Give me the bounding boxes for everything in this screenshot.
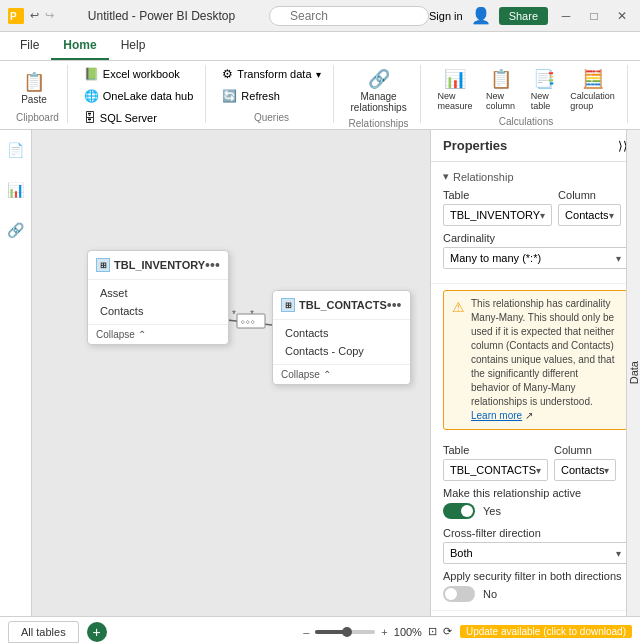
relationships-icon: 🔗 — [368, 68, 390, 90]
contacts-menu-button[interactable]: ••• — [387, 297, 402, 313]
table-label-2: Table — [443, 444, 548, 456]
chevron-down-icon-2: ▾ — [609, 210, 614, 221]
table-label-1: Table — [443, 189, 552, 201]
learn-more-link[interactable]: Learn more — [471, 410, 522, 421]
column-dropdown-2[interactable]: Contacts ▾ — [554, 459, 616, 481]
contacts-field-copy[interactable]: Contacts - Copy — [273, 342, 410, 360]
ribbon-group-security: 👥 Manage roles 👁 View as Security — [632, 65, 640, 123]
svg-text:*: * — [232, 309, 236, 320]
manage-relationships-button[interactable]: 🔗 Manage relationships — [346, 65, 412, 116]
table-dropdown-2[interactable]: TBL_CONTACTS ▾ — [443, 459, 548, 481]
column-icon: 📋 — [490, 68, 512, 90]
close-button[interactable]: ✕ — [612, 6, 632, 26]
inventory-field-contacts[interactable]: Contacts — [88, 302, 228, 320]
sql-server-button[interactable]: 🗄 SQL Server — [80, 109, 161, 127]
contacts-card-body: Contacts Contacts - Copy — [273, 320, 410, 364]
table-dropdown-1[interactable]: TBL_INVENTORY ▾ — [443, 204, 552, 226]
tab-help[interactable]: Help — [109, 32, 158, 60]
contacts-collapse-button[interactable]: Collapse ⌃ — [281, 369, 402, 380]
contacts-field-contacts[interactable]: Contacts — [273, 324, 410, 342]
onelake-icon: 🌐 — [84, 89, 99, 103]
warning-icon: ⚠ — [452, 298, 465, 423]
fit-to-view-icon[interactable]: ⊡ — [428, 625, 437, 638]
status-bar-right: Update available (click to download) — [460, 625, 632, 638]
minimize-button[interactable]: ─ — [556, 6, 576, 26]
relationship-section-title: ▾ Relationship — [443, 170, 628, 183]
inventory-menu-button[interactable]: ••• — [205, 257, 220, 273]
transform-data-button[interactable]: ⚙ Transform data ▾ — [218, 65, 324, 83]
data-view-icon[interactable]: 📊 — [4, 178, 28, 202]
new-table-button[interactable]: 📑 New table — [526, 65, 562, 114]
active-toggle[interactable] — [443, 503, 475, 519]
zoom-slider[interactable] — [315, 630, 375, 634]
all-tables-tab[interactable]: All tables — [8, 621, 79, 643]
onelake-hub-button[interactable]: 🌐 OneLake data hub — [80, 87, 198, 105]
ribbon-group-queries: ⚙ Transform data ▾ 🔄 Refresh Queries — [210, 65, 333, 123]
transform-icon: ⚙ — [222, 67, 233, 81]
sign-in-label[interactable]: Sign in — [429, 10, 463, 22]
inventory-card-footer: Collapse ⌃ — [88, 324, 228, 344]
maximize-button[interactable]: □ — [584, 6, 604, 26]
refresh-button[interactable]: 🔄 Refresh — [218, 87, 284, 105]
inventory-card-header: ⊞ TBL_INVENTORY ••• — [88, 251, 228, 280]
calculation-group-button[interactable]: 🧮 Calculation group — [566, 65, 619, 114]
svg-text:*: * — [250, 309, 254, 320]
security-toggle[interactable] — [443, 586, 475, 602]
zoom-slider-thumb — [342, 627, 352, 637]
ribbon-content: 📋 Paste Clipboard 📗 Excel workbook 🌐 One… — [0, 61, 640, 129]
cardinality-label: Cardinality — [443, 232, 628, 244]
refresh-icon: 🔄 — [222, 89, 237, 103]
excel-icon: 📗 — [84, 67, 99, 81]
sidebar-icons: 📄 📊 🔗 — [0, 130, 32, 616]
excel-workbook-button[interactable]: 📗 Excel workbook — [80, 65, 184, 83]
update-badge[interactable]: Update available (click to download) — [460, 625, 632, 638]
redo-btn[interactable]: ↪ — [45, 9, 54, 22]
ribbon-group-clipboard: 📋 Paste Clipboard — [8, 65, 68, 123]
inventory-field-asset[interactable]: Asset — [88, 284, 228, 302]
canvas-area[interactable]: * * ⬦⬦⬦ ⊞ TBL_INVENTORY ••• Asset Contac… — [32, 130, 430, 616]
chevron-down-icon-4: ▾ — [536, 465, 541, 476]
tab-file[interactable]: File — [8, 32, 51, 60]
cardinality-dropdown[interactable]: Many to many (*:*) ▾ — [443, 247, 628, 269]
report-view-icon[interactable]: 📄 — [4, 138, 28, 162]
cross-filter-dropdown[interactable]: Both ▾ — [443, 542, 628, 564]
toggle-thumb — [461, 505, 473, 517]
measure-icon: 📊 — [444, 68, 466, 90]
inventory-card-title: ⊞ TBL_INVENTORY — [96, 258, 205, 272]
contacts-card-title: ⊞ TBL_CONTACTS — [281, 298, 387, 312]
zoom-in-button[interactable]: + — [381, 626, 387, 638]
properties-header: Properties ⟩⟩ — [431, 130, 640, 162]
tab-home[interactable]: Home — [51, 32, 108, 60]
properties-title: Properties — [443, 138, 507, 153]
zoom-percent-label: 100% — [394, 626, 422, 638]
contacts-card-footer: Collapse ⌃ — [273, 364, 410, 384]
column-label-2: Column — [554, 444, 616, 456]
collapse-chevron-icon: ⌃ — [138, 329, 146, 340]
zoom-slider-fill — [315, 630, 345, 634]
undo-btn[interactable]: ↩ — [30, 9, 39, 22]
search-input[interactable] — [269, 6, 429, 26]
add-tab-button[interactable]: + — [87, 622, 107, 642]
bottom-bar: All tables + – + 100% ⊡ ⟳ Update availab… — [0, 616, 640, 644]
zoom-out-button[interactable]: – — [303, 626, 309, 638]
new-measure-button[interactable]: 📊 New measure — [433, 65, 477, 114]
chevron-down-icon-5: ▾ — [604, 465, 609, 476]
model-view-icon[interactable]: 🔗 — [4, 218, 28, 242]
reset-view-icon[interactable]: ⟳ — [443, 625, 452, 638]
column-dropdown-1[interactable]: Contacts ▾ — [558, 204, 620, 226]
contacts-card-header: ⊞ TBL_CONTACTS ••• — [273, 291, 410, 320]
chevron-down-icon: ▾ — [443, 170, 449, 183]
column-label-1: Column — [558, 189, 620, 201]
paste-button[interactable]: 📋 Paste — [16, 68, 52, 108]
security-toggle-label: No — [483, 588, 497, 600]
calc-group-icon: 🧮 — [582, 68, 604, 90]
svg-text:⬦⬦⬦: ⬦⬦⬦ — [240, 316, 255, 326]
window-title: Untitled - Power BI Desktop — [54, 9, 269, 23]
share-button[interactable]: Share — [499, 7, 548, 25]
data-side-tab[interactable]: Data — [626, 130, 640, 616]
queries-label: Queries — [254, 110, 289, 123]
inventory-collapse-button[interactable]: Collapse ⌃ — [96, 329, 220, 340]
user-icon: 👤 — [471, 6, 491, 25]
new-column-button[interactable]: 📋 New column — [481, 65, 522, 114]
chevron-down-icon: ▾ — [540, 210, 545, 221]
